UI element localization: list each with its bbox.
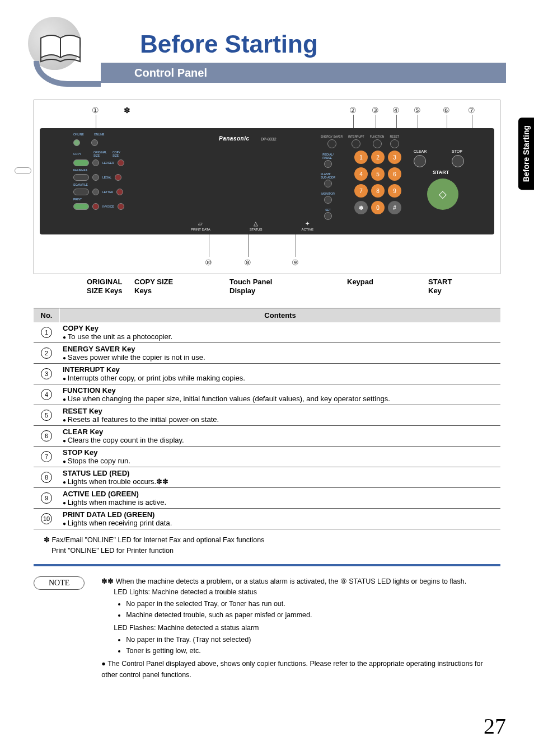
- row-desc: To use the unit as a photocopier.: [63, 332, 497, 341]
- keypad-key-icon: 0: [371, 201, 385, 214]
- row-desc: Clears the copy count in the display.: [63, 436, 497, 444]
- invoice-label: INVOICE: [102, 205, 114, 208]
- copy-key-icon: [73, 159, 89, 166]
- online1-label: ONLINE: [73, 133, 84, 136]
- status-led-label: STATUS: [250, 228, 263, 231]
- monitor-key-icon: [324, 196, 332, 204]
- row-desc: Lights when trouble occurs.✽✽: [63, 477, 497, 486]
- note-c2: Toner is getting low, etc.: [126, 646, 500, 656]
- th-no: No.: [34, 308, 60, 322]
- side-keys: REDIAL/PAUSE FLASH/SUB-ADDR MONITOR SET: [321, 153, 335, 220]
- star-footnote: Fax/Email "ONLINE" LED for Internet Fax …: [44, 535, 500, 556]
- row-number: 4: [41, 389, 52, 400]
- keypad-key-icon: 4: [354, 167, 368, 181]
- table-row: 3INTERRUPT KeyInterrupts other copy, or …: [34, 364, 500, 384]
- set-label: SET: [325, 208, 331, 212]
- size-key-icon: [92, 189, 99, 195]
- table-row: 4FUNCTION KeyUse when changing the paper…: [34, 384, 500, 405]
- row-number: 8: [41, 472, 52, 483]
- size-key-icon: [92, 174, 99, 181]
- size-key-icon: [92, 203, 99, 210]
- ledger-label: LEDGER: [102, 161, 114, 165]
- keypad-key-icon: 2: [371, 151, 385, 164]
- row-number: 10: [41, 513, 52, 524]
- callout-8: ⑧: [244, 258, 251, 267]
- brand-logo: Panasonic: [219, 135, 250, 142]
- row-title: FUNCTION Key: [63, 386, 497, 395]
- row-number: 2: [41, 348, 52, 359]
- keypad-key-icon: #: [388, 201, 401, 214]
- row-title: PRINT DATA LED (GREEN): [63, 510, 497, 519]
- swoop-decoration: [34, 61, 101, 87]
- online-led-icon: [91, 139, 98, 146]
- legal-label: LEGAL: [102, 176, 111, 179]
- keypad-key-icon: 9: [388, 184, 401, 198]
- table-row: 1COPY KeyTo use the unit as a photocopie…: [34, 322, 500, 343]
- table-row: 2ENERGY SAVER KeySaves power while the c…: [34, 343, 500, 364]
- row-number: 3: [41, 368, 52, 379]
- stop-label: STOP: [452, 149, 462, 153]
- row-number: 6: [41, 430, 52, 442]
- reset-label: RESET: [390, 135, 399, 138]
- interrupt-label: INTERRUPT: [348, 135, 364, 138]
- interrupt-key-icon: [352, 139, 360, 148]
- active-led-label: ACTIVE: [301, 228, 313, 231]
- note-b1: No paper in the selected Tray, or Toner …: [126, 599, 500, 609]
- footnote-line2: Print "ONLINE" LED for Printer function: [44, 546, 500, 556]
- copy-size-label: COPYSIZE: [113, 151, 120, 157]
- callout-5: ⑤: [414, 106, 421, 115]
- label-start-key: STARTKey: [428, 278, 452, 295]
- row-desc: Resets all features to the initial power…: [63, 415, 497, 424]
- th-contents: Contents: [60, 308, 500, 322]
- function-key-icon: [373, 139, 382, 148]
- note-label-box: NOTE: [34, 576, 85, 590]
- row-title: RESET Key: [63, 407, 497, 415]
- callout-2: ②: [349, 106, 357, 115]
- page-number: 27: [484, 713, 506, 739]
- row-desc: Stops the copy run.: [63, 457, 497, 465]
- panel-body: Panasonic DP-8032 ENERGY SAVER INTERRUPT…: [40, 128, 494, 234]
- clear-key-icon: [414, 155, 426, 167]
- start-label: START: [433, 170, 449, 175]
- table-row: 7STOP KeyStops the copy run.: [34, 447, 500, 467]
- keypad-key-icon: ✽: [354, 201, 368, 214]
- callout-10: ⑩: [205, 258, 212, 267]
- label-keypad: Keypad: [347, 278, 373, 287]
- callout-6: ⑥: [443, 106, 450, 115]
- left-key-cluster: ONLINE ONLINE COPYORIGINALSIZECOPYSIZE L…: [73, 133, 124, 210]
- row-desc: Saves power while the copier is not in u…: [63, 353, 497, 361]
- row-desc: Use when changing the paper size, initia…: [63, 395, 497, 403]
- callout-9: ⑨: [292, 258, 299, 267]
- row-number: 9: [41, 492, 52, 504]
- active-led-icon: ✦: [305, 220, 310, 227]
- online2-label: ONLINE: [94, 133, 105, 136]
- control-panel-figure: ① ② ③ ④ ⑤ ⑥ ⑦ ✽ Panasonic DP-8032 ENERGY…: [34, 100, 500, 274]
- size-key-icon: [118, 203, 124, 210]
- divider-bar: [34, 564, 500, 566]
- print-label: PRINT: [73, 198, 90, 201]
- reset-key-icon: [390, 139, 399, 148]
- subtitle-bar: Control Panel: [101, 63, 506, 83]
- row-title: ENERGY SAVER Key: [63, 345, 497, 353]
- keypad-key-icon: 7: [354, 184, 368, 198]
- print-key-icon: [73, 203, 89, 210]
- row-desc: Interrupts other copy, or print jobs whi…: [63, 374, 497, 382]
- orig-size-label: ORIGINALSIZE: [93, 151, 109, 157]
- size-key-icon: [118, 159, 124, 166]
- label-original-size: ORIGINALSIZE Keys: [87, 278, 123, 295]
- status-led-icon: △: [254, 220, 258, 227]
- labels-under-panel: ORIGINALSIZE Keys COPY SIZEKeys Touch Pa…: [34, 278, 500, 304]
- side-tab: Before Starting: [518, 118, 534, 190]
- fax-label: FAX/EMAIL: [73, 168, 90, 172]
- online-led-icon: [73, 139, 80, 146]
- leader-line: [296, 234, 296, 257]
- note-b: LED Lights: Machine detected a trouble s…: [101, 587, 500, 598]
- table-row: 10PRINT DATA LED (GREEN)Lights when rece…: [34, 509, 500, 529]
- note-body: When the machine detects a problem, or a…: [101, 576, 500, 680]
- energy-saver-label: ENERGY SAVER: [321, 135, 343, 138]
- size-key-icon: [92, 159, 99, 166]
- keypad-key-icon: 1: [354, 151, 368, 164]
- start-key-icon: ◇: [427, 179, 458, 210]
- keypad-key-icon: 3: [388, 151, 401, 164]
- row-title: STOP Key: [63, 448, 497, 457]
